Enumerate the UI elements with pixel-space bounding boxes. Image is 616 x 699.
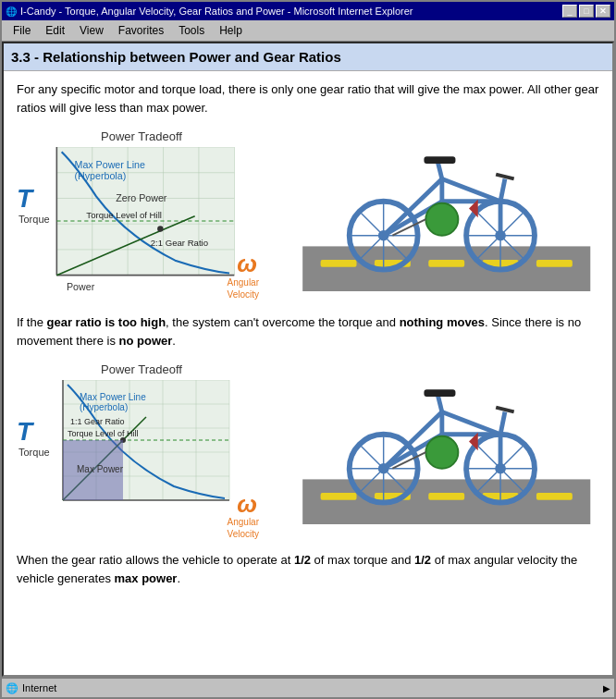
- svg-rect-74: [428, 493, 464, 500]
- status-bar: 🌐 Internet ▶: [2, 677, 614, 697]
- svg-rect-45: [424, 156, 455, 164]
- menu-help[interactable]: Help: [212, 22, 250, 39]
- svg-text:Torque Level of Hill: Torque Level of Hill: [86, 210, 162, 220]
- svg-text:(Hyperbola): (Hyperbola): [80, 402, 128, 412]
- svg-text:Torque Level of Hill: Torque Level of Hill: [68, 429, 139, 438]
- menu-bar: File Edit View Favorites Tools Help: [2, 20, 614, 42]
- bike-image-2: [276, 362, 599, 542]
- svg-rect-72: [321, 493, 357, 500]
- page-title: 3.3 - Relationship between Power and Gea…: [4, 43, 612, 71]
- svg-text:(Hyperbola): (Hyperbola): [75, 170, 127, 181]
- browser-window: 🌐 I-Candy - Torque, Angular Velocity, Ge…: [0, 0, 616, 699]
- bike-image-1: [276, 129, 599, 304]
- intro-text: For any specific motor and torque load, …: [17, 80, 599, 116]
- window-title: I-Candy - Torque, Angular Velocity, Gear…: [20, 6, 413, 17]
- svg-line-39: [442, 178, 500, 201]
- svg-text:Max Power Line: Max Power Line: [75, 159, 145, 170]
- section-1: Power Tradeoff T Torque: [17, 129, 599, 304]
- torque-label-1: T: [17, 184, 32, 214]
- svg-rect-71: [302, 479, 590, 524]
- between-text-1: If the gear ratio is too high, the syste…: [17, 313, 599, 350]
- svg-line-47: [496, 175, 513, 179]
- title-bar: 🌐 I-Candy - Torque, Angular Velocity, Ge…: [2, 2, 614, 20]
- svg-text:Max Power: Max Power: [77, 464, 124, 474]
- omega-2: ω: [237, 490, 257, 519]
- svg-rect-20: [302, 246, 590, 291]
- angular-velocity-2: AngularVelocity: [228, 516, 259, 540]
- scroll-indicator: ▶: [603, 683, 610, 693]
- svg-text:2:1 Gear Ratio: 2:1 Gear Ratio: [151, 238, 208, 248]
- menu-edit[interactable]: Edit: [38, 22, 72, 39]
- svg-line-98: [496, 408, 513, 412]
- diagram-2-title: Power Tradeoff: [17, 362, 266, 376]
- graph-1: Power Max Power Line (Hyperbola) Zero Po…: [44, 147, 266, 295]
- maximize-button[interactable]: □: [579, 5, 594, 18]
- angular-velocity-1: AngularVelocity: [228, 276, 259, 300]
- svg-rect-23: [428, 260, 464, 267]
- menu-view[interactable]: View: [72, 22, 111, 39]
- menu-tools[interactable]: Tools: [171, 22, 212, 39]
- diagram-1-title: Power Tradeoff: [17, 129, 266, 143]
- svg-rect-21: [321, 260, 357, 267]
- diagram-1: Power Tradeoff T Torque: [17, 129, 266, 304]
- section-2: Power Tradeoff T Torque: [17, 362, 599, 542]
- svg-rect-25: [536, 260, 573, 267]
- status-icon: 🌐: [6, 682, 18, 694]
- status-left: 🌐 Internet: [6, 682, 56, 694]
- status-text: Internet: [22, 682, 56, 693]
- minimize-button[interactable]: _: [562, 5, 577, 18]
- content-area[interactable]: 3.3 - Relationship between Power and Gea…: [2, 42, 614, 677]
- svg-line-46: [500, 178, 505, 201]
- svg-rect-96: [424, 389, 455, 397]
- diagram-2: Power Tradeoff T Torque: [17, 362, 266, 542]
- close-button[interactable]: ✕: [596, 5, 610, 18]
- final-text: When the gear ratio allows the vehicle t…: [17, 551, 599, 587]
- svg-point-13: [157, 226, 163, 231]
- svg-point-48: [425, 203, 458, 236]
- graph-2: Max Power Line (Hyperbola) Max Power Tor…: [44, 380, 266, 528]
- omega-1: ω: [237, 250, 257, 278]
- menu-favorites[interactable]: Favorites: [111, 22, 171, 39]
- svg-text:1:1 Gear Ratio: 1:1 Gear Ratio: [70, 417, 125, 426]
- svg-text:Power: Power: [67, 281, 95, 292]
- menu-file[interactable]: File: [6, 22, 38, 39]
- svg-line-90: [442, 411, 500, 434]
- torque-label-2: T: [17, 417, 32, 447]
- svg-line-97: [500, 411, 505, 434]
- browser-icon: 🌐: [6, 6, 17, 17]
- svg-point-99: [425, 436, 458, 469]
- svg-text:Max Power Line: Max Power Line: [80, 392, 146, 402]
- svg-rect-76: [536, 493, 573, 500]
- window-controls: _ □ ✕: [562, 5, 610, 18]
- svg-text:Zero Power: Zero Power: [116, 192, 167, 203]
